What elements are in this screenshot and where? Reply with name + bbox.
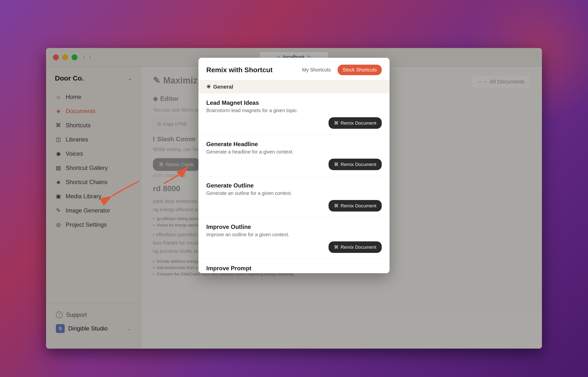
shortcut-item-lead-magnet: Lead Magnet Ideas Brainstorm lead magnet… [198, 94, 390, 135]
shortcut-name: Lead Magnet Ideas [206, 99, 382, 106]
shortcut-desc: Improve an outline for a given context. [206, 232, 382, 237]
remix-icon-3: ⌘ [334, 203, 339, 209]
remix-modal: Remix with Shortcut My Shortcuts Stock S… [198, 58, 390, 273]
remix-icon-2: ⌘ [334, 162, 339, 167]
shortcut-item-improve-outline: Improve Outline Improve an outline for a… [198, 218, 390, 259]
shortcut-desc: Generate an outline for a given context. [206, 190, 382, 196]
tab-stock-shortcuts[interactable]: Stock Shortcuts [338, 65, 382, 75]
shortcut-item-improve-prompt: Improve Prompt Improve a given prompt. ⌘… [198, 259, 390, 273]
shortcut-desc: Generate a headline for a given context. [206, 149, 382, 155]
shortcut-name: Generate Outline [206, 182, 382, 189]
remix-icon-1: ⌘ [334, 120, 339, 126]
modal-overlay[interactable]: Remix with Shortcut My Shortcuts Stock S… [46, 48, 542, 349]
shortcut-item-generate-headline: Generate Headline Generate a headline fo… [198, 135, 390, 176]
modal-tabs: My Shortcuts Stock Shortcuts [297, 65, 382, 75]
tab-my-shortcuts[interactable]: My Shortcuts [297, 65, 336, 75]
section-general-label: General [213, 84, 233, 90]
asterisk-icon: ✳ [206, 84, 211, 90]
shortcut-desc: Brainstorm lead magnets for a given topi… [206, 108, 382, 113]
modal-title: Remix with Shortcut [206, 66, 273, 74]
remix-icon-4: ⌘ [334, 244, 339, 250]
remix-doc-button-4[interactable]: ⌘ Remix Document [329, 241, 382, 253]
remix-doc-button-2[interactable]: ⌘ Remix Document [329, 159, 382, 170]
shortcut-name: Improve Outline [206, 224, 382, 230]
modal-header: Remix with Shortcut My Shortcuts Stock S… [198, 58, 390, 80]
shortcut-name: Generate Headline [206, 141, 382, 148]
remix-doc-button-1[interactable]: ⌘ Remix Document [329, 117, 382, 129]
shortcut-item-generate-outline: Generate Outline Generate an outline for… [198, 176, 390, 218]
modal-section-general: ✳ General [198, 80, 390, 94]
mac-window: ‹ › ⊟ localhost ↻ Door Co. ⌄ ⌂ Home ◈ [46, 48, 542, 349]
remix-doc-button-3[interactable]: ⌘ Remix Document [329, 200, 382, 212]
shortcut-name: Improve Prompt [206, 265, 382, 272]
